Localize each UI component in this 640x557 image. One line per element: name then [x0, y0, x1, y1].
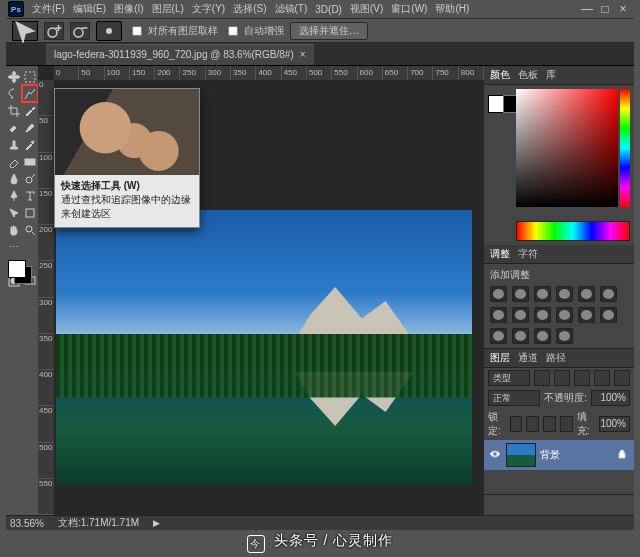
- adj-posterize-icon[interactable]: [490, 328, 507, 344]
- menu-help[interactable]: 帮助(H): [431, 2, 473, 16]
- link-layers-icon[interactable]: [488, 498, 502, 512]
- zoom-readout[interactable]: 83.56%: [10, 518, 44, 529]
- sample-all-layers-option[interactable]: 对所有图层取样: [128, 23, 218, 39]
- menu-type[interactable]: 文字(Y): [188, 2, 229, 16]
- color-field[interactable]: [516, 89, 618, 207]
- fill-value[interactable]: 100%: [599, 416, 630, 432]
- tab-adjustments[interactable]: 调整: [490, 247, 510, 261]
- lock-image-icon[interactable]: [526, 416, 539, 432]
- filter-shape-icon[interactable]: [594, 370, 610, 386]
- subtract-from-selection-button[interactable]: [70, 22, 90, 40]
- spectrum-bar[interactable]: [516, 221, 630, 241]
- hue-slider[interactable]: [620, 89, 630, 207]
- menu-window[interactable]: 窗口(W): [387, 2, 431, 16]
- filter-pixel-icon[interactable]: [534, 370, 550, 386]
- lock-trans-icon[interactable]: [510, 416, 523, 432]
- filter-smart-icon[interactable]: [614, 370, 630, 386]
- tab-paths[interactable]: 路径: [546, 351, 566, 365]
- brush-tool[interactable]: [22, 119, 38, 136]
- tab-layers[interactable]: 图层: [490, 351, 510, 365]
- select-and-mask-button[interactable]: 选择并遮住…: [290, 22, 368, 40]
- layer-fx-icon[interactable]: [505, 498, 519, 512]
- healing-brush-tool[interactable]: [6, 119, 22, 136]
- window-close-button[interactable]: ×: [614, 2, 632, 16]
- crop-tool[interactable]: [6, 102, 22, 119]
- hand-tool[interactable]: [6, 221, 22, 238]
- foreground-background-colors[interactable]: [6, 258, 34, 286]
- tab-swatches[interactable]: 色板: [518, 68, 538, 82]
- layer-row-background[interactable]: 背景: [484, 440, 634, 470]
- window-min-button[interactable]: —: [578, 2, 596, 16]
- filter-adjust-icon[interactable]: [554, 370, 570, 386]
- adj-threshold-icon[interactable]: [512, 328, 529, 344]
- path-selection-tool[interactable]: [6, 204, 22, 221]
- type-tool[interactable]: [22, 187, 38, 204]
- menu-edit[interactable]: 编辑(E): [69, 2, 110, 16]
- new-layer-icon[interactable]: [573, 498, 587, 512]
- eraser-tool[interactable]: [6, 153, 22, 170]
- viewport[interactable]: 快速选择工具 (W) 通过查找和追踪图像中的边缘来创建选区: [54, 80, 484, 515]
- lock-all-icon[interactable]: [560, 416, 573, 432]
- history-brush-tool[interactable]: [22, 136, 38, 153]
- layer-mask-icon[interactable]: [522, 498, 536, 512]
- filter-type-icon[interactable]: [574, 370, 590, 386]
- adj-vibrance-icon[interactable]: [578, 286, 595, 302]
- adj-gradmap-icon[interactable]: [534, 328, 551, 344]
- edit-toolbar-button[interactable]: ⋯: [6, 238, 22, 255]
- clone-stamp-tool[interactable]: [6, 136, 22, 153]
- adj-photofilter-icon[interactable]: [534, 307, 551, 323]
- doc-info-readout[interactable]: 文档:1.71M/1.71M: [58, 516, 139, 530]
- adj-curves-icon[interactable]: [534, 286, 551, 302]
- lasso-tool[interactable]: [6, 85, 22, 102]
- blend-mode-select[interactable]: 正常: [488, 390, 540, 406]
- tab-libraries[interactable]: 库: [546, 68, 556, 82]
- adj-levels-icon[interactable]: [512, 286, 529, 302]
- window-max-button[interactable]: □: [596, 2, 614, 16]
- adj-colorbalance-icon[interactable]: [490, 307, 507, 323]
- tab-character[interactable]: 字符: [518, 247, 538, 261]
- document-tab[interactable]: lago-federa-3011939_960_720.jpg @ 83.6%(…: [46, 44, 314, 65]
- menu-3d[interactable]: 3D(D): [311, 4, 346, 15]
- layer-filter-kind[interactable]: 类型: [488, 370, 530, 386]
- layer-lock-icon[interactable]: [616, 448, 630, 462]
- close-tab-button[interactable]: ×: [300, 49, 306, 60]
- sample-all-checkbox[interactable]: [132, 26, 142, 36]
- pen-tool[interactable]: [6, 187, 22, 204]
- adj-selectivecolor-icon[interactable]: [556, 328, 573, 344]
- adj-hsl-icon[interactable]: [600, 286, 617, 302]
- adj-bw-icon[interactable]: [512, 307, 529, 323]
- dodge-tool[interactable]: [22, 170, 38, 187]
- delete-layer-icon[interactable]: [590, 498, 604, 512]
- menu-file[interactable]: 文件(F): [28, 2, 69, 16]
- menu-select[interactable]: 选择(S): [229, 2, 270, 16]
- auto-enhance-checkbox[interactable]: [228, 26, 238, 36]
- gradient-tool[interactable]: [22, 153, 38, 170]
- menu-filter[interactable]: 滤镜(T): [271, 2, 312, 16]
- marquee-tool[interactable]: [22, 68, 38, 85]
- eyedropper-tool[interactable]: [22, 102, 38, 119]
- brush-size-picker[interactable]: [96, 21, 122, 41]
- adj-channelmixer-icon[interactable]: [556, 307, 573, 323]
- document-image[interactable]: [56, 210, 472, 485]
- add-to-selection-button[interactable]: [44, 22, 64, 40]
- lock-pos-icon[interactable]: [543, 416, 556, 432]
- menu-view[interactable]: 视图(V): [346, 2, 387, 16]
- new-fill-layer-icon[interactable]: [539, 498, 553, 512]
- new-group-icon[interactable]: [556, 498, 570, 512]
- quick-selection-tool[interactable]: [22, 85, 38, 102]
- auto-enhance-option[interactable]: 自动增强: [224, 23, 284, 39]
- shape-tool[interactable]: [22, 204, 38, 221]
- adj-brightness-icon[interactable]: [490, 286, 507, 302]
- adj-exposure-icon[interactable]: [556, 286, 573, 302]
- adj-colorlookup-icon[interactable]: [578, 307, 595, 323]
- foreground-color-swatch[interactable]: [8, 260, 26, 278]
- zoom-tool[interactable]: [22, 221, 38, 238]
- tab-color[interactable]: 颜色: [490, 68, 510, 82]
- menu-layer[interactable]: 图层(L): [148, 2, 188, 16]
- layer-name[interactable]: 背景: [540, 448, 612, 462]
- tab-channels[interactable]: 通道: [518, 351, 538, 365]
- menu-image[interactable]: 图像(I): [110, 2, 147, 16]
- visibility-eye-icon[interactable]: [488, 448, 502, 462]
- move-tool[interactable]: [6, 68, 22, 85]
- opacity-value[interactable]: 100%: [591, 390, 630, 406]
